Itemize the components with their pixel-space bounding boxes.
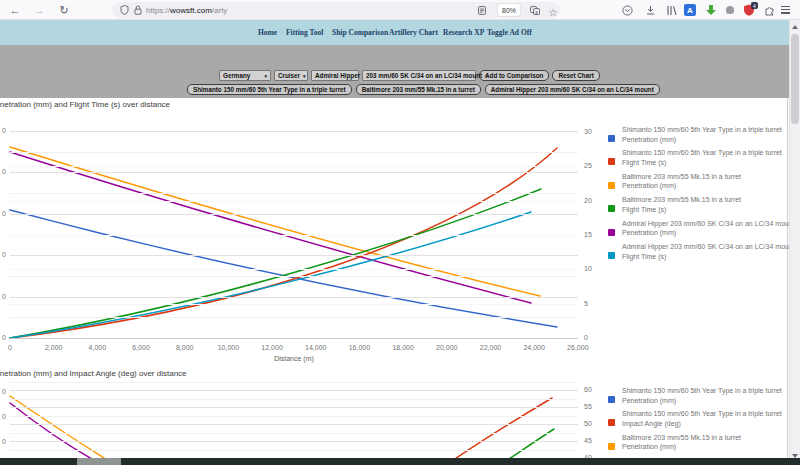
legend-entry-metric: Penetration (mm) (622, 135, 788, 145)
add-to-comparison-button[interactable]: Add to Comparison (479, 70, 549, 81)
downloads-icon[interactable] (645, 5, 656, 16)
comparison-button-shimanto-150-mm-60-5th-year-type-in-a-triple-turret[interactable]: Shimanto 150 mm/60 5th Year Type in a tr… (187, 84, 352, 95)
legend-entry-metric: Penetration (mm) (622, 228, 788, 238)
forward-icon[interactable]: → (30, 0, 48, 20)
chart1-baltimore-penetration-line (10, 147, 540, 296)
legend-entry-metric: Penetration (mm) (622, 396, 788, 406)
reset-chart-button[interactable]: Reset Chart (552, 70, 599, 81)
chart1-x-axis-label: 24,000 (523, 344, 544, 351)
nav-item-ship-comparison[interactable]: Ship Comparison (332, 28, 388, 37)
nav-item-home[interactable]: Home (258, 28, 277, 37)
chart1-right-axis-label: 20 (584, 197, 592, 204)
chevron-down-icon: ▾ (261, 73, 267, 79)
chart2-left-axis-label: 0 (0, 413, 6, 420)
legend-entry-name: Admiral Hipper 203 mm/60 SK C/34 on an L… (622, 219, 788, 229)
class-select[interactable]: Cruiser▾ (274, 70, 308, 81)
comparison-button-admiral-hipper-203-mm-60-sk-c-34-on-an-lc-34-mount[interactable]: Admiral Hipper 203 mm/60 SK C/34 on an L… (485, 84, 660, 95)
chart1-x-axis-label: 22,000 (480, 344, 501, 351)
translate-extension-icon[interactable]: A (684, 4, 696, 16)
reader-view-icon[interactable] (478, 6, 486, 15)
legend-entry-metric: Flight Time (s) (622, 205, 788, 215)
chart1-x-axis-label: 0 (8, 344, 12, 351)
library-icon[interactable] (666, 5, 678, 16)
legend-swatch-icon (608, 135, 615, 142)
chart1-right-axis-label: 5 (584, 300, 588, 307)
browser-scrollbar[interactable] (789, 20, 800, 458)
pocket-icon[interactable] (622, 5, 633, 16)
gridline (10, 304, 578, 305)
legend-swatch-icon (608, 396, 615, 403)
chart2-title: Penetration (mm) and Impact Angle (deg) … (0, 369, 187, 378)
tracking-shield-icon[interactable] (120, 5, 129, 15)
gridline (10, 214, 578, 215)
gridline (10, 131, 578, 132)
gridline (10, 441, 578, 442)
url-scheme: https:// (146, 6, 170, 15)
chart2-right-axis-label: 60 (584, 386, 592, 393)
gridline (10, 424, 578, 425)
legend-entry-name: Shimanto 150 mm/60 5th Year Type in a tr… (622, 125, 788, 135)
gridline (10, 416, 578, 417)
legend-swatch-icon (608, 419, 615, 426)
legend-swatch-icon (608, 205, 615, 212)
chart1-x-axis-label: 6,000 (132, 344, 150, 351)
legend-swatch-icon (608, 229, 615, 236)
chart1-x-axis-label: 14,000 (305, 344, 326, 351)
bookmark-star-icon[interactable]: ☆ (546, 2, 560, 22)
gridline (10, 399, 578, 400)
chart1-left-axis-label: 0 (0, 251, 6, 258)
gridline (10, 193, 578, 194)
address-bar[interactable]: https://wowsft.com/arty 80% a ☆ (112, 2, 560, 18)
nav-item-fitting-tool[interactable]: Fitting Tool (286, 28, 323, 37)
menu-icon[interactable] (781, 6, 790, 14)
chart2-right-axis-label: 50 (584, 420, 592, 427)
chart-content-area: Penetration (mm) and Flight Time (s) ove… (0, 98, 789, 459)
chart1-title: Penetration (mm) and Flight Time (s) ove… (0, 100, 170, 109)
scrollbar-thumb[interactable] (791, 34, 799, 124)
chart1-left-axis-label: 0 (0, 127, 6, 134)
legend-entry-metric: Flight Time (s) (622, 158, 788, 168)
chart1-x-axis-label: 26,000 (567, 344, 588, 351)
gridline (10, 255, 578, 256)
chart1-right-axis-label: 10 (584, 265, 592, 272)
ship-select[interactable]: Admiral Hipper▾ (311, 70, 359, 81)
gridline (10, 297, 578, 298)
legend-entry-name: Shimanto 150 mm/60 5th Year Type in a tr… (622, 409, 788, 419)
extensions-puzzle-icon[interactable] (764, 5, 775, 16)
nation-select-value: Germany (223, 72, 250, 79)
gridline (10, 235, 578, 236)
scroll-up-arrow-icon[interactable] (792, 25, 798, 29)
legend-entry-name: Baltimore 203 mm/55 Mk.15 in a turret (622, 433, 788, 443)
taskbar-item[interactable] (77, 458, 121, 465)
url-host: wowsft.com (170, 6, 212, 15)
chart1-x-axis-label: 2,000 (45, 344, 63, 351)
chart1-x-axis-label: 20,000 (436, 344, 457, 351)
adblock-extension-icon[interactable]: 4 (743, 4, 755, 16)
comparison-button-baltimore-203-mm-55-mk-15-in-a-turret[interactable]: Baltimore 203 mm/55 Mk.15 in a turret (356, 84, 481, 95)
page-zoom-indicator[interactable]: 80% (498, 4, 520, 16)
chart1-right-axis-label: 25 (584, 162, 592, 169)
translate-page-icon[interactable]: a (530, 6, 540, 15)
chart1-x-axis-label: 18,000 (392, 344, 413, 351)
video-downloader-extension-icon[interactable] (705, 4, 717, 16)
legend-entry-name: Admiral Hipper 203 mm/60 SK C/34 on an L… (622, 242, 788, 252)
chart1-x-axis-label: 16,000 (349, 344, 370, 351)
nav-item-toggle-ad-off[interactable]: Toggle Ad Off (487, 28, 532, 37)
nav-item-artillery-chart[interactable]: Artillery Chart (389, 28, 438, 37)
chart2-left-axis-label: 0 (0, 388, 6, 395)
nation-select[interactable]: Germany▾ (219, 70, 271, 81)
lock-icon[interactable] (134, 5, 142, 15)
legend-entry-name: Shimanto 150 mm/60 5th Year Type in a tr… (622, 386, 788, 396)
legend-swatch-icon (608, 252, 615, 259)
gun-select[interactable]: 203 mm/60 SK C/34 on an LC/34 mount▾ (362, 70, 476, 81)
privacy-extension-icon[interactable] (726, 6, 734, 14)
comparison-row: Shimanto 150 mm/60 5th Year Type in a tr… (187, 84, 660, 95)
nav-item-research-xp[interactable]: Research XP (443, 28, 484, 37)
gridline (10, 269, 578, 270)
back-icon[interactable]: ← (6, 0, 24, 20)
chevron-down-icon: ▾ (482, 73, 488, 79)
reload-icon[interactable]: ↻ (55, 0, 73, 20)
chart1-x-axis-label: 8,000 (176, 344, 194, 351)
chart1-left-axis-label: 0 (0, 334, 6, 341)
legend-entry-metric: Penetration (mm) (622, 442, 788, 452)
